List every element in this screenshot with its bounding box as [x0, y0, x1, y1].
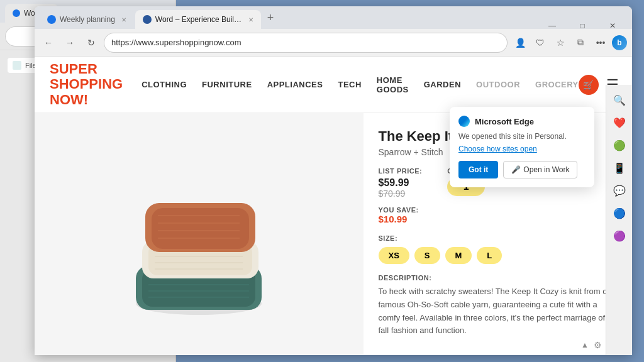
popup-body: We opened this site in Personal.: [458, 132, 586, 141]
back-button[interactable]: ←: [40, 34, 57, 52]
nav-tech[interactable]: TECH: [338, 80, 361, 89]
popup-choose-link[interactable]: Choose how sites open: [458, 145, 586, 153]
popup-actions: Got it 🎤 Open in Work: [458, 161, 586, 178]
savings-amount: $10.99: [379, 214, 618, 224]
size-s-btn[interactable]: S: [414, 247, 440, 264]
new-tab-button[interactable]: +: [262, 9, 279, 27]
nav-outdoor[interactable]: OUTDOOR: [476, 80, 520, 89]
edge-logo-icon: [458, 116, 470, 127]
minimize-button[interactable]: —: [538, 16, 567, 35]
nav-garden[interactable]: GARDEN: [424, 80, 461, 89]
nav-grocery[interactable]: GROCERY: [535, 80, 579, 89]
tab-word[interactable]: Word – Experience Built for Focus ✕: [135, 10, 261, 29]
bottom-right: ▲ ⚙: [581, 340, 602, 350]
svg-rect-14: [152, 208, 249, 249]
product-image: [35, 113, 364, 355]
edge-popup: Microsoft Edge We opened this site in Pe…: [450, 107, 594, 187]
nav-links: CLOTHING FURNITURE APPLIANCES TECH HOME …: [142, 75, 579, 94]
popup-header: Microsoft Edge: [458, 116, 586, 127]
nav-clothing[interactable]: CLOTHING: [142, 80, 187, 89]
nav-appliances[interactable]: APPLIANCES: [267, 80, 323, 89]
panel-search-icon[interactable]: 🔍: [609, 90, 630, 110]
size-xs-btn[interactable]: XS: [379, 247, 409, 264]
description-text: To heck with scratchy sweaters! The Keep…: [379, 285, 618, 337]
tab-label: Weekly planning: [60, 15, 115, 24]
tab-weekly-planning[interactable]: Weekly planning ✕: [40, 10, 134, 29]
list-price-label: LIST PRICE:: [379, 167, 423, 175]
open-in-work-button[interactable]: 🎤 Open in Work: [503, 161, 577, 178]
panel-mobile-icon[interactable]: 📱: [609, 158, 630, 178]
description-label: DESCRIPTION:: [379, 274, 618, 282]
scroll-up-icon[interactable]: ▲: [581, 341, 589, 349]
panel-circle-icon[interactable]: 🔵: [609, 203, 630, 223]
profile-icon-btn[interactable]: 👤: [511, 34, 529, 52]
panel-collections-icon[interactable]: 🟢: [609, 135, 630, 155]
list-price-block: LIST PRICE: $59.99 $70.99: [379, 167, 423, 199]
maximize-button[interactable]: □: [568, 16, 597, 35]
sweater-svg: [98, 134, 299, 335]
size-l-btn[interactable]: L: [477, 247, 502, 264]
page-content: SUPER SHOPPING NOW! CLOTHING FURNITURE A…: [35, 57, 632, 355]
savings-row: YOU SAVE: $10.99: [379, 206, 618, 224]
got-it-button[interactable]: Got it: [458, 161, 498, 178]
size-label: SIZE:: [379, 234, 618, 242]
close-button[interactable]: ✕: [598, 16, 627, 35]
panel-purple-icon[interactable]: 🟣: [609, 226, 630, 246]
nav-home-goods[interactable]: HOME GOODS: [377, 75, 409, 94]
description-section: DESCRIPTION: To heck with scratchy sweat…: [379, 274, 618, 337]
panel-chat-icon[interactable]: 💬: [609, 180, 630, 200]
original-price: $70.99: [379, 189, 423, 199]
tab-close-btn[interactable]: ✕: [121, 16, 126, 23]
refresh-button[interactable]: ↻: [82, 34, 100, 52]
savings-label: YOU SAVE:: [379, 206, 618, 214]
store-nav: SUPER SHOPPING NOW! CLOTHING FURNITURE A…: [35, 57, 632, 113]
cart-icon[interactable]: 🛒: [579, 75, 599, 95]
store-logo: SUPER SHOPPING NOW!: [50, 62, 123, 107]
size-buttons: XS S M L: [379, 247, 618, 264]
forward-button[interactable]: →: [61, 34, 79, 52]
tab-active-label: Word – Experience Built for Focus: [155, 15, 242, 24]
right-panel: 🔍 ❤️ 🟢 📱 💬 🔵 🟣 +: [606, 85, 632, 355]
window-controls: — □ ✕: [533, 13, 632, 39]
popup-title: Microsoft Edge: [475, 117, 534, 126]
settings-icon[interactable]: ⚙: [594, 340, 602, 350]
nav-furniture[interactable]: FURNITURE: [202, 80, 252, 89]
tab-active-close-btn[interactable]: ✕: [248, 16, 253, 23]
address-input[interactable]: [104, 33, 508, 53]
size-m-btn[interactable]: M: [445, 247, 472, 264]
panel-favorites-icon[interactable]: ❤️: [609, 112, 630, 133]
current-price: $59.99: [379, 177, 423, 189]
mic-icon: 🎤: [511, 165, 521, 174]
size-section: SIZE: XS S M L: [379, 234, 618, 264]
